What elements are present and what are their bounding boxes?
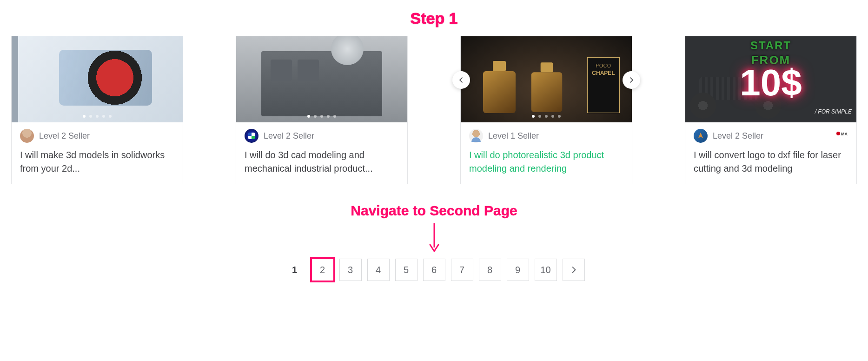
gig-thumbnail[interactable]: POCO CHAPEL [461,36,632,122]
nav-annotation: Navigate to Second Page [0,203,868,219]
gig-card[interactable]: POCO CHAPEL Level 1 Seller I will do pho… [460,36,632,184]
seller-avatar[interactable] [469,129,483,143]
svg-point-0 [836,132,840,135]
gig-title[interactable]: I will make 3d models in solidworks from… [20,148,174,175]
page-button-1[interactable]: 1 [284,259,306,281]
gig-thumbnail[interactable] [236,36,407,122]
seller-info[interactable]: Level 2 Seller MAX [694,129,848,143]
pagination: 12345678910 [0,259,868,295]
carousel-dots [307,115,336,118]
promo-line1: START [685,39,856,52]
seller-info[interactable]: Level 1 Seller [469,129,623,143]
page-button-4[interactable]: 4 [367,259,390,281]
seller-level-label: Level 2 Seller [264,131,314,141]
arrow-down-icon [427,221,441,254]
chevron-right-icon [629,77,634,83]
page-button-7[interactable]: 7 [451,259,473,281]
gig-thumbnail[interactable]: START FROM 10$ / FOR SIMPLE [685,36,856,122]
carousel-dots [83,115,112,118]
page-button-8[interactable]: 8 [479,259,501,281]
carousel-prev-button[interactable] [452,71,470,89]
gig-card[interactable]: START FROM 10$ / FOR SIMPLE Level 2 Sell… [685,36,857,184]
seller-info[interactable]: Level 2 Seller [20,129,174,143]
svg-text:MAX: MAX [841,132,848,136]
page-button-2[interactable]: 2 [311,259,334,281]
gig-thumbnail[interactable] [12,36,183,122]
chevron-left-icon [458,77,464,83]
seller-avatar[interactable] [20,129,34,143]
carousel-dots [532,115,561,118]
gig-title[interactable]: I will do 3d cad modeling and mechanical… [245,148,399,175]
page-button-5[interactable]: 5 [395,259,417,281]
seller-avatar[interactable] [694,129,708,143]
gig-card[interactable]: Level 2 Seller I will do 3d cad modeling… [236,36,408,184]
seller-level-label: Level 1 Seller [488,131,539,141]
gig-title[interactable]: I will do photorealistic 3d product mode… [469,148,623,175]
gig-card[interactable]: Level 2 Seller I will make 3d models in … [11,36,183,184]
page-next-button[interactable] [563,259,585,281]
seller-avatar[interactable] [245,129,258,143]
page-button-6[interactable]: 6 [423,259,445,281]
chevron-right-icon [570,267,577,273]
seller-info[interactable]: Level 2 Seller [245,129,399,143]
step-annotation: Step 1 [0,9,868,27]
promo-price: 10$ [685,64,856,101]
annotation-arrow [0,221,868,254]
page-button-10[interactable]: 10 [535,259,557,281]
software-badge: MAX [835,129,848,138]
seller-level-label: Level 2 Seller [713,131,763,141]
carousel-next-button[interactable] [623,71,640,89]
page-button-9[interactable]: 9 [507,259,529,281]
seller-level-label: Level 2 Seller [39,131,90,141]
page-button-3[interactable]: 3 [339,259,362,281]
gig-cards-row: Level 2 Seller I will make 3d models in … [0,36,868,184]
product-brand-line2: CHAPEL [588,70,619,76]
gig-title[interactable]: I will convert logo to dxf file for lase… [694,148,848,175]
promo-subtext: / FOR SIMPLE [815,108,852,115]
product-brand-line1: POCO [588,63,619,68]
